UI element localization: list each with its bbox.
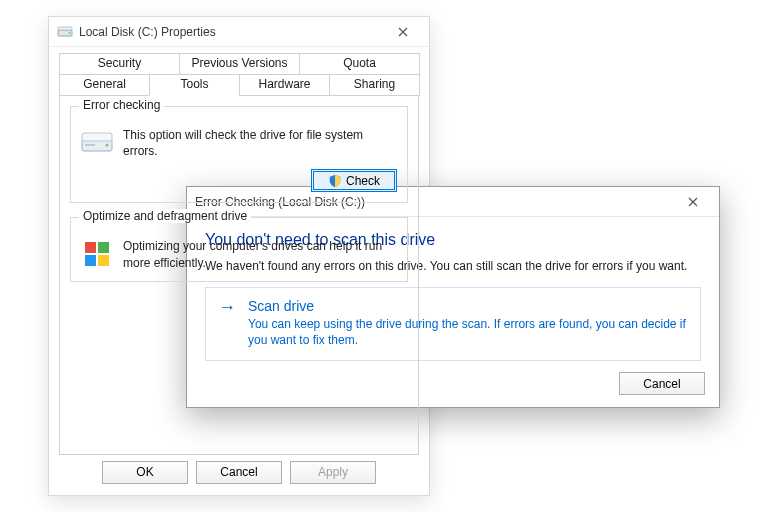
tabs-area: Security Previous Versions Quota General…	[49, 47, 429, 455]
svg-point-5	[105, 143, 108, 146]
defrag-icon	[81, 238, 113, 270]
properties-footer: OK Cancel Apply	[49, 449, 429, 495]
error-checking-group: Error checking This option will check th…	[70, 106, 408, 203]
optimize-text: Optimizing your computer's drives can he…	[123, 238, 397, 270]
tab-row-back: Security Previous Versions Quota	[59, 53, 419, 75]
properties-close-button[interactable]	[383, 17, 423, 46]
cancel-button[interactable]: Cancel	[196, 461, 282, 484]
tab-row-front: General Tools Hardware Sharing	[59, 74, 419, 96]
properties-titlebar[interactable]: Local Disk (C:) Properties	[49, 17, 429, 47]
tab-general[interactable]: General	[59, 74, 150, 96]
close-icon	[398, 27, 408, 37]
svg-rect-8	[98, 242, 109, 253]
tab-hardware[interactable]: Hardware	[239, 74, 330, 96]
dialog-close-button[interactable]	[673, 187, 713, 216]
drive-icon	[81, 127, 113, 159]
optimize-legend: Optimize and defragment drive	[79, 209, 251, 223]
properties-title: Local Disk (C:) Properties	[79, 25, 383, 39]
svg-rect-10	[98, 255, 109, 266]
optimize-group: Optimize and defragment drive Optimizing…	[70, 217, 408, 281]
error-checking-legend: Error checking	[79, 98, 164, 112]
ok-button[interactable]: OK	[102, 461, 188, 484]
svg-point-1	[69, 32, 71, 34]
svg-rect-7	[85, 242, 96, 253]
svg-rect-2	[58, 27, 72, 30]
drive-icon	[57, 24, 73, 40]
shield-icon	[328, 174, 342, 188]
error-checking-text: This option will check the drive for fil…	[123, 127, 397, 159]
tab-previous-versions[interactable]: Previous Versions	[179, 53, 300, 75]
close-icon	[688, 197, 698, 207]
svg-rect-4	[82, 133, 112, 141]
dialog-cancel-button[interactable]: Cancel	[619, 372, 705, 395]
tools-panel: Error checking This option will check th…	[59, 95, 419, 455]
check-button[interactable]: Check	[311, 169, 397, 192]
check-button-label: Check	[346, 174, 380, 188]
tab-security[interactable]: Security	[59, 53, 180, 75]
tab-quota[interactable]: Quota	[299, 53, 420, 75]
tab-tools[interactable]: Tools	[149, 74, 240, 96]
properties-window: Local Disk (C:) Properties Security Prev…	[48, 16, 430, 496]
apply-button[interactable]: Apply	[290, 461, 376, 484]
svg-rect-6	[85, 144, 95, 146]
tab-sharing[interactable]: Sharing	[329, 74, 420, 96]
svg-rect-9	[85, 255, 96, 266]
